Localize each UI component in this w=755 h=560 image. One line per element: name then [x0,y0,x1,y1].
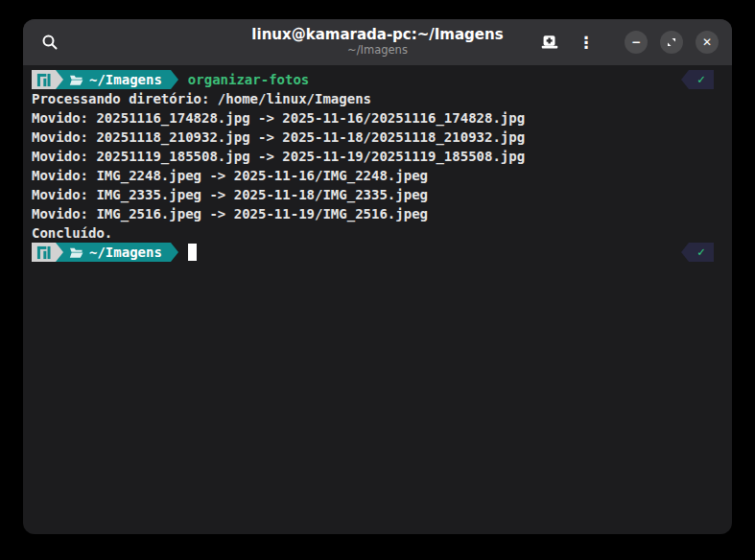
titlebar-controls: ⋮ − ✕ [537,30,719,55]
minimize-button[interactable]: − [625,31,648,54]
folder-open-icon [69,74,83,86]
prompt-directory: ~/Imagens [89,243,162,262]
new-tab-icon [539,32,560,53]
terminal-output-line: Movido: 20251119_185508.jpg -> 2025-11-1… [32,147,714,166]
powerline-separator-icon [171,70,178,89]
menu-button[interactable]: ⋮ [576,30,597,55]
titlebar[interactable]: linux@kamarada-pc:~/Imagens ~/Imagens ⋮ [23,19,732,65]
window-title-block: linux@kamarada-pc:~/Imagens ~/Imagens [177,27,579,57]
powerline-separator-icon [681,70,689,89]
terminal-output-line: Movido: 20251118_210932.jpg -> 2025-11-1… [32,128,714,147]
directory-segment: ~/Imagens [56,243,171,262]
maximize-icon [666,36,677,48]
terminal-output-line: Movido: IMG_2516.jpeg -> 2025-11-19/IMG_… [32,204,714,223]
powerline-separator-icon [171,243,178,262]
terminal-output-line: Movido: IMG_2335.jpeg -> 2025-11-18/IMG_… [32,185,714,204]
terminal-output-line: Movido: 20251116_174828.jpg -> 2025-11-1… [32,108,714,128]
folder-open-icon [69,246,83,259]
exit-status-segment: ✓ [681,70,714,89]
powerline-separator-icon [56,70,63,89]
directory-segment: ~/Imagens [56,70,171,89]
close-button[interactable]: ✕ [696,31,719,54]
manjaro-logo-icon [36,245,51,260]
success-check-icon: ✓ [697,70,705,89]
minimize-icon: − [631,36,641,48]
os-segment [32,70,56,89]
typed-command: organizar-fotos [188,70,309,89]
powerline-separator-icon [56,243,63,262]
prompt-line-current: ~/Imagens ✓ [32,243,714,262]
success-check-icon: ✓ [697,243,705,262]
terminal-window: linux@kamarada-pc:~/Imagens ~/Imagens ⋮ [23,19,732,534]
terminal-cursor[interactable] [188,244,197,261]
manjaro-logo-icon [36,73,51,87]
search-icon [40,33,59,52]
terminal-output-line: Processando diretório: /home/linux/Image… [32,89,714,108]
window-title: linux@kamarada-pc:~/Imagens [177,27,579,43]
kebab-menu-icon: ⋮ [578,33,595,52]
window-subtitle: ~/Imagens [177,45,579,58]
prompt-line: ~/Imagens organizar-fotos ✓ [32,70,714,89]
prompt-directory: ~/Imagens [89,70,162,89]
maximize-button[interactable] [660,31,683,54]
terminal-output-line: Movido: IMG_2248.jpeg -> 2025-11-16/IMG_… [32,166,714,185]
terminal-screen[interactable]: ~/Imagens organizar-fotos ✓ Processando … [23,65,732,534]
exit-status-segment: ✓ [681,243,714,262]
os-segment [32,243,56,262]
new-tab-button[interactable] [537,30,562,55]
close-icon: ✕ [702,36,712,48]
powerline-separator-icon [681,243,689,262]
terminal-output-line: Concluído. [32,223,714,243]
search-button[interactable] [37,30,62,55]
